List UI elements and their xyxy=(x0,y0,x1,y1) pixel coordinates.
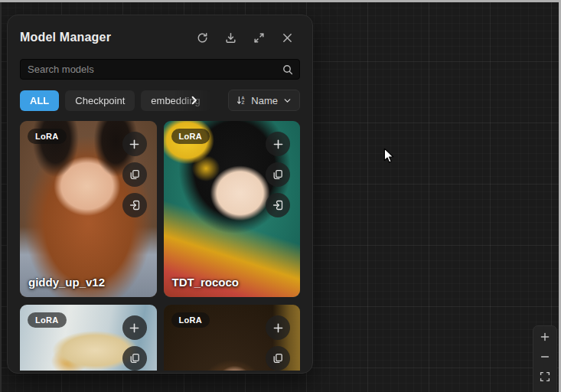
copy-model-button[interactable] xyxy=(122,346,147,371)
chevron-right-icon xyxy=(188,95,200,106)
zoom-in-button[interactable] xyxy=(538,330,552,343)
zoom-out-button[interactable] xyxy=(538,350,552,363)
window-frame-top xyxy=(0,0,561,2)
model-cards-viewport[interactable]: LoRA giddy_up_v12 LoRA xyxy=(20,121,300,371)
chips-scroll-right-button[interactable] xyxy=(188,95,200,106)
sort-alpha-icon: A Z xyxy=(236,95,246,106)
close-icon xyxy=(281,31,294,44)
import-icon xyxy=(272,199,284,211)
refresh-icon xyxy=(196,31,209,44)
expand-icon xyxy=(253,31,266,44)
model-manager-panel: Model Manager xyxy=(7,15,313,374)
card-actions xyxy=(266,315,290,371)
panel-header-actions xyxy=(195,31,294,44)
model-name: giddy_up_v12 xyxy=(28,276,105,289)
svg-text:A: A xyxy=(242,96,245,100)
panel-title: Model Manager xyxy=(20,31,111,44)
window-frame-left xyxy=(0,0,2,392)
model-type-badge: LoRA xyxy=(171,129,210,144)
download-icon xyxy=(224,31,237,44)
add-model-button[interactable] xyxy=(122,132,147,156)
add-model-button[interactable] xyxy=(266,315,290,340)
add-model-button[interactable] xyxy=(122,315,147,340)
card-actions xyxy=(266,132,290,217)
plus-icon xyxy=(539,331,551,343)
minus-icon xyxy=(539,351,551,363)
copy-icon xyxy=(272,168,284,181)
filter-chip-checkpoint[interactable]: Checkpoint xyxy=(65,90,135,111)
filter-chip-all[interactable]: ALL xyxy=(20,90,59,111)
plus-icon xyxy=(128,322,141,335)
search-row xyxy=(20,59,300,80)
copy-model-button[interactable] xyxy=(122,162,147,187)
card-actions xyxy=(122,132,147,217)
copy-icon xyxy=(129,352,141,364)
model-card-3[interactable]: LoRA xyxy=(20,305,157,371)
refresh-button[interactable] xyxy=(195,31,209,44)
panel-header: Model Manager xyxy=(20,28,300,47)
filter-chip-embedding[interactable]: embedding xyxy=(141,90,210,111)
copy-icon xyxy=(129,168,141,181)
filter-chips-row: ALL Checkpoint embedding Hype A Z Name xyxy=(20,90,300,111)
model-card-giddy-up[interactable]: LoRA giddy_up_v12 xyxy=(20,121,157,297)
sort-label: Name xyxy=(251,95,278,106)
model-card-4[interactable]: LoRA xyxy=(164,305,301,371)
copy-model-button[interactable] xyxy=(266,346,290,371)
model-type-badge: LoRA xyxy=(28,312,67,328)
card-actions xyxy=(122,315,147,371)
chevron-down-icon xyxy=(282,96,292,106)
sort-dropdown[interactable]: A Z Name xyxy=(228,90,300,111)
import-icon xyxy=(129,199,141,211)
model-name: TDT_rococo xyxy=(172,276,240,289)
filter-chip-hypernetwork[interactable]: Hype xyxy=(217,90,223,111)
copy-model-button[interactable] xyxy=(266,162,290,187)
load-model-button[interactable] xyxy=(266,193,290,217)
svg-text:Z: Z xyxy=(242,100,245,105)
fit-view-button[interactable] xyxy=(538,370,552,383)
model-type-badge: LoRA xyxy=(28,129,67,144)
canvas-zoom-toolbar xyxy=(533,325,557,392)
model-card-tdt-rococo[interactable]: LoRA TDT_rococo xyxy=(164,121,301,297)
fit-view-icon xyxy=(539,371,551,383)
plus-icon xyxy=(128,138,141,151)
expand-button[interactable] xyxy=(252,31,266,44)
plus-icon xyxy=(272,138,285,151)
search-icon[interactable] xyxy=(282,64,294,76)
download-button[interactable] xyxy=(223,31,237,44)
plus-icon xyxy=(272,322,285,335)
add-model-button[interactable] xyxy=(266,132,290,156)
close-button[interactable] xyxy=(280,31,294,44)
copy-icon xyxy=(272,352,284,364)
search-input[interactable] xyxy=(20,59,300,80)
model-cards-grid: LoRA giddy_up_v12 LoRA xyxy=(20,121,300,371)
load-model-button[interactable] xyxy=(122,193,147,217)
model-type-badge: LoRA xyxy=(171,312,210,328)
